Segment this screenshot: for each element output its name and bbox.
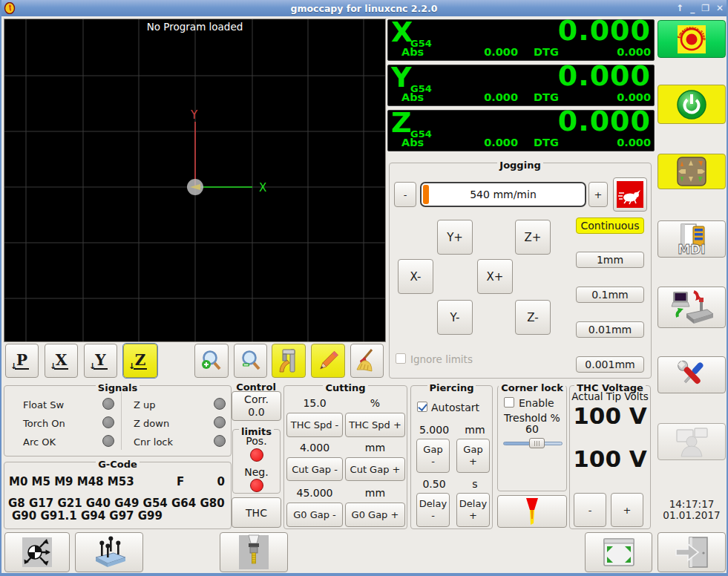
zoom-out-icon (238, 348, 263, 373)
thc-enable-button[interactable]: THC (232, 497, 281, 528)
corner-lock-enable-label: Enable (519, 397, 554, 409)
dro-z-dtg-value: 0.000 (577, 137, 651, 148)
piercing-title: Piercing (427, 382, 476, 393)
jog-speed-slider[interactable]: 540 mm/min (420, 182, 586, 207)
zoom-in-icon (199, 348, 224, 373)
corner-lock-frame: Corner lock Enable Treshold % 60 (497, 385, 567, 491)
signal-z-down-led (214, 416, 226, 428)
view-x-label: X (54, 353, 69, 370)
ignore-limits-checkbox[interactable] (396, 353, 406, 364)
height-correction-button[interactable]: Corr. 0.0 (232, 391, 281, 421)
tool-origin-marker (187, 179, 203, 195)
view-p-button[interactable]: ↓ P (5, 344, 39, 378)
settings-button[interactable] (658, 356, 726, 393)
tool-holder-icon (235, 534, 272, 570)
dro-z-abs-label: Abs (401, 137, 424, 148)
cutting-frame: Cutting 15.0 % THC Spd - THC Spd + 4.000… (283, 385, 407, 529)
g0-gap-unit: mm (345, 487, 405, 499)
thc-speed-minus-button[interactable]: THC Spd - (286, 413, 343, 437)
touch-off-origin-icon (20, 535, 54, 569)
manual-mode-button[interactable] (658, 154, 726, 189)
view-z-button[interactable]: ↓ Z (123, 344, 157, 378)
g0-gap-minus-button[interactable]: G0 Gap - (286, 503, 343, 527)
dimensions-button[interactable] (272, 344, 306, 378)
pierce-gap-minus-button[interactable]: Gap - (416, 439, 450, 473)
pierce-delay-unit: s (462, 478, 488, 490)
cut-gap-plus-button[interactable]: Cut Gap + (345, 457, 405, 481)
torch-flame-icon (521, 497, 543, 526)
tool-settings-button[interactable] (220, 532, 288, 572)
signal-cnr-lock-led (214, 435, 226, 447)
increment-01mm-button[interactable]: 0.1mm (576, 287, 644, 303)
shade-window-button[interactable]: ↑ (676, 3, 683, 13)
gremlin-preview[interactable]: Y X No Program loaded (4, 19, 386, 342)
mdi-mode-button[interactable]: MDI (658, 220, 726, 258)
signals-divider (121, 392, 122, 450)
auto-mode-button[interactable] (658, 287, 726, 328)
signals-frame: Signals Float Sw Torch On Arc OK Z up Z … (4, 385, 232, 456)
dro-axis-z[interactable]: Z G54 0.000 Abs 0.000 DTG 0.000 (387, 110, 655, 151)
signal-z-up-led (214, 398, 226, 410)
increment-0001mm-button[interactable]: 0.001mm (576, 356, 644, 373)
turtle-rabbit-toggle-button[interactable] (613, 177, 647, 212)
increment-001mm-button[interactable]: 0.01mm (576, 321, 644, 338)
gcode-title: G-Code (96, 459, 140, 470)
threshold-slider-handle[interactable] (529, 438, 545, 448)
exit-button[interactable] (658, 532, 726, 572)
clock-time: 14:17:17 (658, 499, 726, 510)
jogging-title: Jogging (497, 160, 542, 171)
machine-on-button[interactable] (658, 85, 726, 124)
threshold-slider[interactable] (503, 438, 563, 448)
increment-continuous-button[interactable]: Continuous (576, 217, 644, 234)
dro-x-dtg-label: DTG (534, 46, 559, 58)
cut-gap-minus-button[interactable]: Cut Gap - (286, 457, 343, 481)
signal-cnr-lock-label: Cnr lock (134, 436, 173, 448)
window-title: gmoccapy for linuxcnc 2.2.0 (0, 3, 728, 14)
increment-1mm-button[interactable]: 1mm (576, 252, 644, 268)
volts-plus-button[interactable]: + (611, 493, 643, 527)
signal-torch-on-led (102, 416, 114, 428)
gmoccapy-window: gmoccapy for linuxcnc 2.2.0 ↑ _ ❐ ✕ Y X (0, 0, 728, 576)
jog-z-minus-button[interactable]: Z- (515, 300, 551, 335)
fullscreen-button[interactable] (585, 532, 652, 572)
signal-torch-on-label: Torch On (23, 418, 65, 429)
dro-x-value: 0.000 (558, 14, 651, 47)
clear-preview-button[interactable] (350, 344, 384, 378)
pierce-height-unit: mm (462, 424, 488, 436)
jog-y-plus-button[interactable]: Y+ (437, 220, 473, 255)
user-settings-button[interactable] (658, 423, 726, 460)
jog-x-plus-button[interactable]: X+ (477, 259, 513, 294)
thc-speed-plus-button[interactable]: THC Spd + (345, 413, 405, 437)
signal-z-up-label: Z up (134, 399, 156, 410)
corner-lock-enable-checkbox[interactable] (504, 397, 514, 408)
g0-gap-plus-button[interactable]: G0 Gap + (345, 503, 405, 527)
dro-axis-x[interactable]: X G54 0.000 Abs 0.000 DTG 0.000 (387, 19, 655, 61)
pierce-gap-plus-button[interactable]: Gap + (456, 439, 490, 473)
preview-scene: Y X (4, 19, 385, 341)
zoom-in-button[interactable] (194, 344, 229, 378)
pierce-delay-minus-button[interactable]: Delay - (416, 493, 450, 527)
jog-x-minus-button[interactable]: X- (398, 259, 433, 294)
view-x-button[interactable]: ↓ X (45, 344, 78, 378)
dro-axis-y[interactable]: Y G54 0.000 Abs 0.000 DTG 0.000 (387, 65, 655, 106)
pierce-delay-plus-button[interactable]: Delay + (456, 493, 490, 527)
estop-button[interactable]: Emergency-Stop (658, 20, 726, 58)
minimize-button[interactable]: _ (690, 3, 695, 13)
touch-off-button[interactable] (4, 532, 70, 572)
jog-speed-increase-button[interactable]: + (588, 182, 608, 207)
probe-button[interactable] (75, 532, 143, 572)
jog-z-plus-button[interactable]: Z+ (515, 220, 551, 255)
close-button[interactable]: ✕ (716, 3, 724, 13)
jog-y-minus-button[interactable]: Y- (437, 300, 473, 335)
view-y-button[interactable]: ↓ Y (84, 344, 117, 378)
autostart-checkbox[interactable] (417, 402, 427, 412)
exit-door-icon (672, 535, 712, 569)
volts-minus-button[interactable]: - (574, 493, 606, 527)
torch-button[interactable] (497, 495, 567, 528)
edit-gcode-button[interactable] (311, 344, 345, 378)
zoom-out-button[interactable] (234, 344, 267, 378)
fullscreen-icon (599, 536, 639, 569)
jog-speed-decrease-button[interactable]: - (394, 182, 416, 207)
maximize-button[interactable]: ❐ (701, 3, 709, 13)
jog-speed-value: 540 mm/min (422, 189, 585, 200)
